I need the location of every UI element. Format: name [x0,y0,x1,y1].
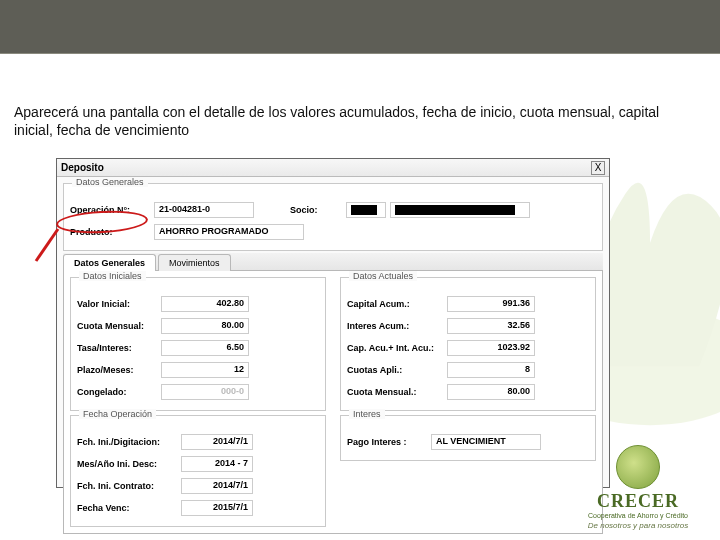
congelado-label: Congelado: [77,387,161,397]
cuotas-label: Cuotas Apli.: [347,365,447,375]
capital-label: Capital Acum.: [347,299,447,309]
valor-inicial-value: 402.80 [161,296,249,312]
cont-value: 2014/7/1 [181,478,253,494]
socio-name [390,202,530,218]
slide-top-bar [0,0,720,54]
capital-value: 991.36 [447,296,535,312]
interes-label: Interes Acum.: [347,321,447,331]
operacion-label: Operación N°: [70,205,154,215]
mes-value: 2014 - 7 [181,456,253,472]
congelado-value: 000-0 [161,384,249,400]
cuota-mensual-act-value: 80.00 [447,384,535,400]
cuota-mensual-label: Cuota Mensual: [77,321,161,331]
tasa-label: Tasa/Interes: [77,343,161,353]
logo-tag: De nosotros y para nosotros [572,521,704,530]
cont-label: Fch. Ini. Contrato: [77,481,181,491]
venc-label: Fecha Venc: [77,503,181,513]
interes-group: Interes Pago Interes :AL VENCIMIENT [340,415,596,461]
venc-value: 2015/7/1 [181,500,253,516]
titlebar: Deposito X [57,159,609,177]
dig-value: 2014/7/1 [181,434,253,450]
group-legend: Interes [349,409,385,419]
capint-value: 1023.92 [447,340,535,356]
producto-label: Producto: [70,227,154,237]
cuotas-value: 8 [447,362,535,378]
logo-name: CRECER [572,491,704,512]
caption-text: Aparecerá una pantalla con el detalle de… [14,104,700,139]
interes-value: 32.56 [447,318,535,334]
window-title: Deposito [61,162,104,173]
tasa-value: 6.50 [161,340,249,356]
pago-label: Pago Interes : [347,437,431,447]
tab-datos-generales[interactable]: Datos Generales [63,254,156,271]
logo-sub: Cooperativa de Ahorro y Crédito [572,512,704,519]
close-button[interactable]: X [591,161,605,175]
crecer-logo: CRECER Cooperativa de Ahorro y Crédito D… [572,445,704,530]
cuota-mensual-act-label: Cuota Mensual.: [347,387,447,397]
datos-generales-group: Datos Generales Operación N°: 21-004281-… [63,183,603,251]
group-legend: Datos Actuales [349,271,417,281]
plazo-label: Plazo/Meses: [77,365,161,375]
datos-iniciales-group: Datos Iniciales Valor Inicial:402.80 Cuo… [70,277,326,411]
producto-value: AHORRO PROGRAMADO [154,224,304,240]
datos-actuales-group: Datos Actuales Capital Acum.:991.36 Inte… [340,277,596,411]
mes-label: Mes/Año Ini. Desc: [77,459,181,469]
pago-value: AL VENCIMIENT [431,434,541,450]
cuota-mensual-value: 80.00 [161,318,249,334]
dig-label: Fch. Ini./Digitacion: [77,437,181,447]
capint-label: Cap. Acu.+ Int. Acu.: [347,343,447,353]
operacion-value: 21-004281-0 [154,202,254,218]
socio-num [346,202,386,218]
group-legend: Fecha Operación [79,409,156,419]
group-legend: Datos Iniciales [79,271,146,281]
deposito-window: Deposito X Datos Generales Operación N°:… [56,158,610,488]
tab-movimientos[interactable]: Movimientos [158,254,231,271]
valor-inicial-label: Valor Inicial: [77,299,161,309]
fecha-operacion-group: Fecha Operación Fch. Ini./Digitacion:201… [70,415,326,527]
socio-label: Socio: [290,205,346,215]
tabstrip: Datos Generales Movimientos [63,253,603,271]
logo-icon [616,445,660,489]
tab-panel: Datos Iniciales Valor Inicial:402.80 Cuo… [63,271,603,534]
group-legend: Datos Generales [72,177,148,187]
plazo-value: 12 [161,362,249,378]
